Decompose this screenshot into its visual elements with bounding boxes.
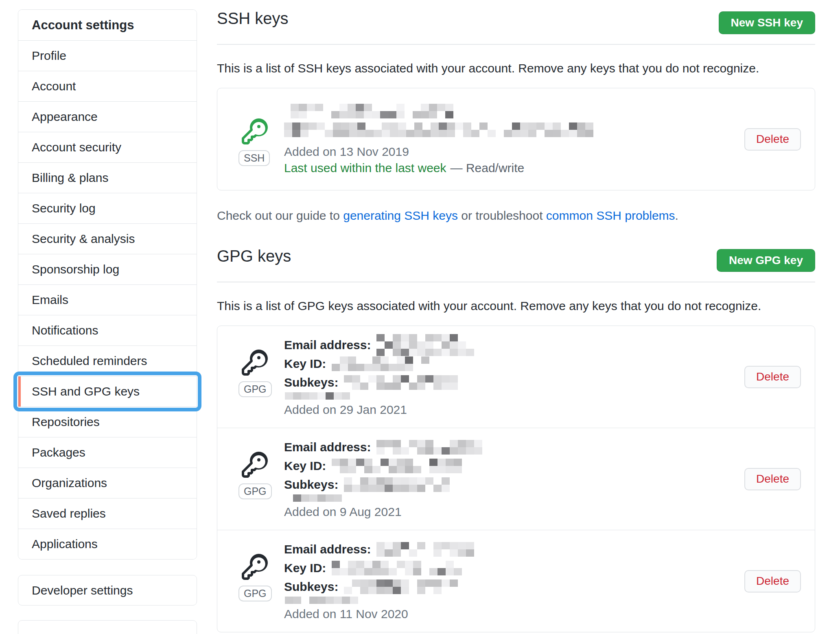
delete-gpg-key-button[interactable]: Delete <box>744 468 801 490</box>
key-icon <box>242 452 268 478</box>
sidebar-item-security-analysis[interactable]: Security & analysis <box>18 223 197 254</box>
last-used-link[interactable]: Last used within the last week <box>284 161 446 175</box>
sidebar-item-account-security[interactable]: Account security <box>18 132 197 162</box>
access-level: — Read/write <box>451 161 525 175</box>
gpg-email-line: Email address: <box>284 540 744 559</box>
sidebar-item-developer-settings[interactable]: Developer settings <box>18 575 197 606</box>
redacted-subkeys <box>344 375 458 390</box>
gpg-key-icon-column: GPG <box>238 438 284 520</box>
ssh-section-description: This is a list of SSH keys associated wi… <box>217 61 815 76</box>
gpg-badge: GPG <box>238 586 272 601</box>
gpg-subkeys-overflow <box>284 392 744 400</box>
redacted-subkeys <box>344 579 458 594</box>
gpg-key-details: Email address: Key ID: Subkeys: Added on… <box>284 336 744 418</box>
sidebar-item-emails[interactable]: Emails <box>18 284 197 315</box>
ssh-key-icon-column: SSH <box>238 102 284 176</box>
redacted-email <box>376 440 482 455</box>
redacted-key-name <box>291 104 453 118</box>
account-settings-nav: Account settings Profile Account Appeara… <box>18 9 197 560</box>
gpg-delete-column: Delete <box>744 540 801 622</box>
sidebar-header-account-settings[interactable]: Account settings <box>18 10 197 40</box>
gpg-key-icon-column: GPG <box>238 336 284 418</box>
gpg-key-icon-column: GPG <box>238 540 284 622</box>
sidebar-item-packages[interactable]: Packages <box>18 437 197 468</box>
generating-ssh-keys-link[interactable]: generating SSH keys <box>343 209 458 222</box>
ssh-key-details: Added on 13 Nov 2019 Last used within th… <box>284 102 744 176</box>
ssh-key-name-redacted <box>284 102 744 120</box>
new-ssh-key-button[interactable]: New SSH key <box>719 11 815 34</box>
gpg-section-description: This is a list of GPG keys associated wi… <box>217 299 815 313</box>
sidebar-item-account[interactable]: Account <box>18 71 197 101</box>
sidebar-item-sponsorship-log[interactable]: Sponsorship log <box>18 254 197 284</box>
gpg-subkeys-line: Subkeys: <box>284 373 744 392</box>
ssh-section-divider <box>217 44 815 45</box>
ssh-badge: SSH <box>238 150 270 166</box>
sidebar-item-ssh-gpg-keys[interactable]: SSH and GPG keys <box>18 376 197 407</box>
gpg-subkeys-line: Subkeys: <box>284 577 744 596</box>
gpg-key-row: GPG Email address: Key ID: Subkeys: <box>217 326 815 428</box>
settings-main: SSH keys New SSH key This is a list of S… <box>217 0 815 632</box>
active-accent-bar <box>18 376 21 407</box>
gpg-key-row: GPG Email address: Key ID: Subkeys: <box>217 428 815 530</box>
redacted-subkeys-2 <box>285 597 358 604</box>
sidebar-item-scheduled-reminders[interactable]: Scheduled reminders <box>18 345 197 376</box>
gpg-email-line: Email address: <box>284 438 744 457</box>
gpg-key-added-date: Added on 11 Nov 2020 <box>284 606 744 622</box>
gpg-keyid-line: Key ID: <box>284 354 744 373</box>
ssh-key-list: SSH Added on 13 Nov 2019 Last used withi… <box>217 88 815 190</box>
redacted-email <box>376 542 474 557</box>
delete-gpg-key-button[interactable]: Delete <box>744 570 801 592</box>
sidebar-item-profile[interactable]: Profile <box>18 40 197 71</box>
ssh-key-usage: Last used within the last week — Read/wr… <box>284 160 744 176</box>
redacted-email <box>376 334 474 356</box>
ssh-keys-title: SSH keys <box>217 8 289 28</box>
sidebar-item-security-log[interactable]: Security log <box>18 193 197 223</box>
gpg-subkeys-overflow <box>284 596 744 604</box>
settings-sidebar: Account settings Profile Account Appeara… <box>18 9 197 634</box>
gpg-email-line: Email address: <box>284 336 744 354</box>
key-icon <box>242 350 268 376</box>
redacted-key-id <box>332 356 429 371</box>
gpg-keyid-line: Key ID: <box>284 457 744 475</box>
redacted-subkeys-2 <box>285 494 350 502</box>
gpg-badge: GPG <box>238 381 272 397</box>
gpg-key-details: Email address: Key ID: Subkeys: Added on… <box>284 540 744 622</box>
redacted-subkeys-2 <box>285 392 358 400</box>
gpg-delete-column: Delete <box>744 438 801 520</box>
sidebar-item-applications[interactable]: Applications <box>18 529 197 559</box>
sidebar-item-organizations[interactable]: Organizations <box>18 468 197 498</box>
gpg-key-details: Email address: Key ID: Subkeys: Added on… <box>284 438 744 520</box>
ssh-delete-column: Delete <box>744 102 801 176</box>
ssh-key-row: SSH Added on 13 Nov 2019 Last used withi… <box>217 88 815 190</box>
new-gpg-key-button[interactable]: New GPG key <box>717 249 815 272</box>
gpg-delete-column: Delete <box>744 336 801 418</box>
redacted-key-id <box>332 459 462 473</box>
gpg-subkeys-overflow <box>284 494 744 502</box>
gpg-subkeys-line: Subkeys: <box>284 475 744 494</box>
gpg-key-list: GPG Email address: Key ID: Subkeys: <box>217 326 815 632</box>
ssh-keys-header: SSH keys New SSH key <box>217 0 815 34</box>
gpg-keys-header: GPG keys New GPG key <box>217 246 815 272</box>
sidebar-item-repositories[interactable]: Repositories <box>18 407 197 437</box>
sidebar-item-appearance[interactable]: Appearance <box>18 101 197 132</box>
gpg-section-divider <box>217 282 815 282</box>
ssh-guide-text: Check out our guide to generating SSH ke… <box>217 208 815 223</box>
sidebar-item-billing-plans[interactable]: Billing & plans <box>18 162 197 193</box>
gpg-badge: GPG <box>238 483 272 499</box>
sidebar-item-notifications[interactable]: Notifications <box>18 315 197 345</box>
delete-gpg-key-button[interactable]: Delete <box>744 366 801 388</box>
key-icon <box>242 118 268 144</box>
redacted-key-id <box>332 561 470 575</box>
sidebar-item-saved-replies[interactable]: Saved replies <box>18 498 197 529</box>
gpg-key-added-date: Added on 9 Aug 2021 <box>284 504 744 520</box>
gpg-keys-title: GPG keys <box>217 246 291 266</box>
gpg-keyid-line: Key ID: <box>284 559 744 577</box>
gpg-key-row: GPG Email address: Key ID: Subkeys: <box>217 530 815 632</box>
ssh-key-fingerprint-redacted <box>284 120 744 140</box>
key-icon <box>242 554 268 580</box>
delete-ssh-key-button[interactable]: Delete <box>744 128 801 151</box>
redacted-key-fingerprint <box>284 122 593 137</box>
sidebar-box-partial <box>18 620 197 634</box>
redacted-subkeys <box>344 477 450 492</box>
common-ssh-problems-link[interactable]: common SSH problems <box>546 209 675 222</box>
